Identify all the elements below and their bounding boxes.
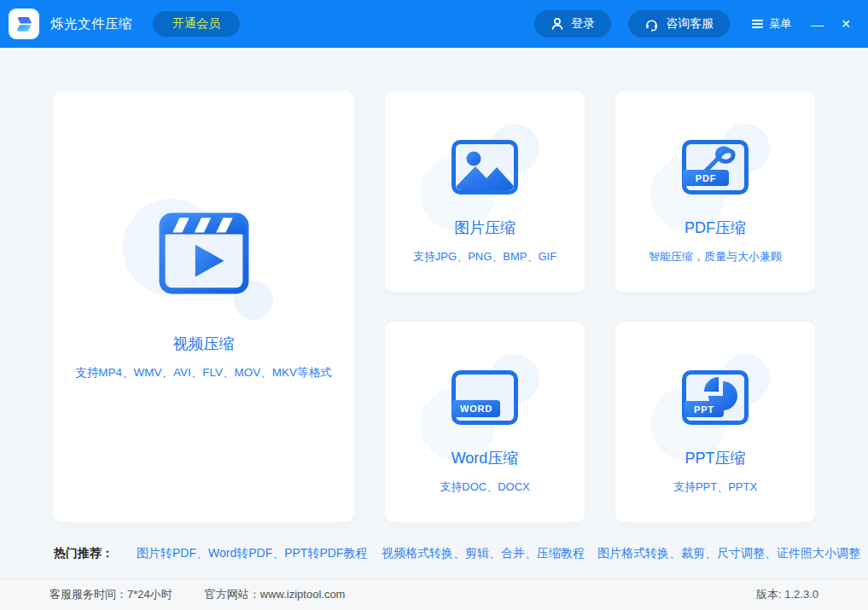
support-button[interactable]: 咨询客服 [628,10,730,38]
support-button-label: 咨询客服 [666,16,714,32]
login-button[interactable]: 登录 [534,10,611,38]
user-icon [551,17,564,31]
card-video-compress[interactable]: 视频压缩 支持MP4、WMV、AVI、FLV、MOV、MKV等格式 [53,91,354,522]
card-title: 视频压缩 [173,334,235,354]
card-ppt-compress[interactable]: PPT PPT压缩 支持PPT、PPTX [615,322,815,522]
card-title: PDF压缩 [684,218,746,238]
card-subtitle: 支持PPT、PPTX [673,479,757,495]
website-row: 官方网站：www.iziptool.com [205,587,346,602]
card-subtitle: 支持MP4、WMV、AVI、FLV、MOV、MKV等格式 [75,365,331,381]
website-link[interactable]: www.iziptool.com [260,588,346,601]
app-window: 烁光文件压缩 开通会员 登录 咨询客服 [0,0,868,610]
card-title: 图片压缩 [454,218,516,238]
hot-recommendations: 热门推荐： 图片转PDF、Word转PDF、PPT转PDF教程 视频格式转换、剪… [0,546,868,565]
menu-label: 菜单 [769,16,791,32]
card-pdf-compress[interactable]: PDF PDF压缩 智能压缩，质量与大小兼顾 [615,91,815,292]
app-title: 烁光文件压缩 [50,15,132,33]
ppt-badge: PPT [694,404,714,415]
website-label: 官方网站： [205,588,260,601]
card-subtitle: 智能压缩，质量与大小兼顾 [649,249,782,264]
headset-icon [644,17,659,32]
menu-button[interactable]: 菜单 [752,16,791,32]
video-compress-icon [159,212,249,294]
app-logo-icon [9,9,39,39]
minimize-button[interactable]: — [811,18,824,31]
image-compress-icon [451,139,519,195]
login-button-label: 登录 [571,16,595,32]
hamburger-icon [752,18,763,31]
version-text: 版本: 1.2.3.0 [756,587,818,602]
service-time-text: 客服服务时间：7*24小时 [50,587,172,602]
word-badge: WORD [460,404,492,414]
ppt-compress-icon: PPT [681,369,749,426]
vip-button[interactable]: 开通会员 [153,11,240,37]
title-bar: 烁光文件压缩 开通会员 登录 咨询客服 [0,0,868,48]
recommendation-link-image-tools[interactable]: 图片格式转换、裁剪、尺寸调整、证件照大小调整 [597,546,860,561]
card-title: Word压缩 [451,448,519,468]
card-subtitle: 支持JPG、PNG、BMP、GIF [413,249,556,264]
recommendation-link-video-tutorials[interactable]: 视频格式转换、剪辑、合并、压缩教程 [382,546,585,561]
main-area: 视频压缩 支持MP4、WMV、AVI、FLV、MOV、MKV等格式 [0,48,868,578]
close-button[interactable]: ✕ [841,18,851,30]
recommendation-link-pdf-tutorials[interactable]: 图片转PDF、Word转PDF、PPT转PDF教程 [137,546,367,561]
hot-recommendations-label: 热门推荐： [54,546,114,561]
footer-bar: 客服服务时间：7*24小时 官方网站：www.iziptool.com 版本: … [0,578,868,610]
pdf-badge: PDF [696,173,716,183]
card-title: PPT压缩 [684,448,745,468]
card-word-compress[interactable]: WORD Word压缩 支持DOC、DOCX [385,322,585,522]
card-subtitle: 支持DOC、DOCX [440,479,529,495]
card-image-compress[interactable]: 图片压缩 支持JPG、PNG、BMP、GIF [385,91,585,292]
pdf-compress-icon: PDF [681,139,749,195]
word-compress-icon: WORD [451,369,519,426]
